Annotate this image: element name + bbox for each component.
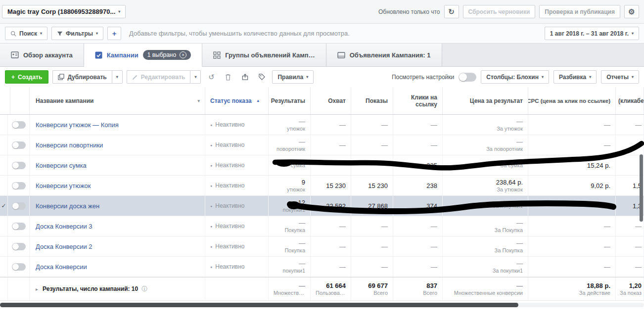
copy-icon bbox=[58, 74, 64, 80]
table-row[interactable]: Доска Конверсии 3 ● Неактивно —Покупка —… bbox=[0, 216, 644, 236]
edit-button[interactable]: Редактировать bbox=[127, 70, 190, 84]
columns-button[interactable]: Столбцы: Блохин ▾ bbox=[481, 70, 549, 84]
ctr-cell: — bbox=[616, 257, 644, 277]
sort-asc-icon: ▴ bbox=[257, 98, 259, 103]
duplicate-button[interactable]: Дублировать bbox=[52, 70, 111, 84]
header-cost-per-result[interactable]: Цена за результат bbox=[443, 87, 528, 114]
cost-per-result-cell: —За утюжок bbox=[443, 115, 528, 135]
campaign-name-cell[interactable]: Конверсии доска жен bbox=[30, 196, 205, 216]
table-row[interactable]: Доска Конверсии 2 ● Неактивно —Покупка —… bbox=[0, 236, 644, 257]
row-checkbox[interactable] bbox=[0, 216, 8, 236]
create-button[interactable]: + Создать bbox=[5, 70, 48, 84]
filters-button[interactable]: Фильтры ▾ bbox=[51, 27, 103, 40]
table-row[interactable]: ✓ Конверсии доска жен ● Неактивно 12поку… bbox=[0, 196, 644, 216]
refresh-button[interactable]: ↻ bbox=[444, 5, 459, 18]
edit-menu-button[interactable]: ▾ bbox=[190, 70, 201, 84]
campaign-toggle[interactable] bbox=[8, 115, 30, 135]
breakdown-button[interactable]: Разбивка ▾ bbox=[553, 70, 597, 84]
campaign-name-link[interactable]: Доска Конверсии 3 bbox=[36, 223, 92, 230]
selection-badge: 1 выбрано × bbox=[143, 50, 191, 60]
campaign-toggle[interactable] bbox=[8, 216, 30, 236]
campaign-name-link[interactable]: Конверсии утюжок — Копия bbox=[36, 121, 119, 129]
campaign-toggle[interactable] bbox=[8, 135, 30, 155]
row-checkbox[interactable] bbox=[0, 257, 8, 277]
tag-button[interactable] bbox=[255, 71, 268, 84]
search-button[interactable]: Поиск ▾ bbox=[5, 27, 47, 40]
ads-manager-page: Magic tray Corp (18806953288970... ▾ Обн… bbox=[0, 0, 644, 327]
header-impressions[interactable]: Показы bbox=[351, 87, 393, 114]
campaign-name-link[interactable]: Конверсии сумка bbox=[36, 162, 87, 169]
campaign-toggle[interactable] bbox=[8, 155, 30, 175]
campaign-name-link[interactable]: Доска Конверсии 2 bbox=[36, 243, 92, 250]
campaign-name-cell[interactable]: Конверсии утюжок — Копия bbox=[30, 115, 205, 135]
table-row[interactable]: Конверсии утюжок — Копия ● Неактивно —ут… bbox=[0, 115, 644, 135]
campaign-name-link[interactable]: Конверсии повортники bbox=[36, 141, 103, 149]
sort-caret-icon[interactable]: ▾ bbox=[197, 98, 200, 103]
account-selector[interactable]: Magic tray Corp (18806953288970... ▾ bbox=[2, 5, 126, 18]
tab-campaigns[interactable]: Кампании 1 выбрано × bbox=[84, 44, 202, 67]
campaign-name-cell[interactable]: Доска Конверсии 2 bbox=[30, 236, 205, 256]
link-clicks-cell: — bbox=[393, 257, 443, 277]
vertical-scrollbar-thumb[interactable] bbox=[640, 154, 643, 222]
discard-drafts-button[interactable]: Сбросить черновики bbox=[463, 5, 536, 18]
table-row[interactable]: Конверсии утюжок ● Неактивно 9утюжок 15 … bbox=[0, 176, 644, 196]
add-filter-button[interactable]: + bbox=[107, 27, 121, 40]
horizontal-scrollbar[interactable] bbox=[0, 303, 644, 307]
campaign-name-cell[interactable]: Доска Конверсии 3 bbox=[30, 216, 205, 236]
tag-icon bbox=[259, 74, 265, 80]
review-publish-button[interactable]: Проверка и публикация bbox=[539, 5, 620, 18]
duplicate-split-button: Дублировать ▾ bbox=[52, 70, 122, 84]
row-checkbox[interactable] bbox=[0, 176, 8, 195]
rules-button[interactable]: Правила ▾ bbox=[272, 70, 314, 84]
header-delivery-status[interactable]: Статус показа ▴ bbox=[205, 87, 269, 114]
table-row[interactable]: Доска Конверсии ● Неактивно —покупки1 — … bbox=[0, 257, 644, 277]
campaign-toggle[interactable] bbox=[8, 257, 30, 277]
campaign-toggle[interactable] bbox=[8, 236, 30, 256]
expand-icon[interactable]: ▸ bbox=[36, 286, 38, 292]
check-icon: ✓ bbox=[1, 202, 6, 209]
delivery-status-cell: ● Неактивно bbox=[205, 115, 269, 135]
campaign-name-cell[interactable]: Доска Конверсии bbox=[30, 257, 205, 277]
row-checkbox[interactable] bbox=[0, 135, 8, 155]
campaign-name-link[interactable]: Доска Конверсии bbox=[36, 263, 87, 271]
tab-account-overview[interactable]: Обзор аккаунта bbox=[0, 44, 84, 66]
tab-ads[interactable]: Объявления Кампания: 1 bbox=[326, 44, 442, 66]
date-range-button[interactable]: 1 авг 2018 г. – 31 авг 2018 г. ▾ bbox=[545, 27, 639, 40]
reports-button[interactable]: Отчеты ▾ bbox=[601, 70, 639, 84]
row-checkbox[interactable] bbox=[0, 115, 8, 135]
view-settings-toggle[interactable] bbox=[459, 73, 476, 82]
level-tabs: Обзор аккаунта Кампании 1 выбрано × Груп… bbox=[0, 44, 644, 67]
header-results[interactable]: Результаты bbox=[269, 87, 311, 114]
campaign-toggle[interactable] bbox=[8, 176, 30, 195]
campaign-name-link[interactable]: Конверсии утюжок bbox=[36, 182, 91, 189]
campaign-toggle[interactable] bbox=[8, 196, 30, 216]
header-reach[interactable]: Охват bbox=[311, 87, 351, 114]
header-ctr[interactable]: (кликабел bbox=[616, 87, 644, 114]
campaign-name-cell[interactable]: Конверсии утюжок bbox=[30, 176, 205, 195]
table-row[interactable]: Конверсии повортники ● Неактивно —поворо… bbox=[0, 135, 644, 155]
horizontal-scrollbar-thumb[interactable] bbox=[0, 303, 518, 307]
export-button[interactable] bbox=[238, 71, 251, 84]
row-checkbox[interactable] bbox=[0, 236, 8, 256]
header-link-clicks[interactable]: Клики на ссылку bbox=[393, 87, 443, 114]
chevron-down-icon: ▾ bbox=[96, 31, 98, 36]
header-cpc[interactable]: CPC (цена за клик по ссылке) bbox=[528, 87, 616, 114]
chevron-down-icon: ▾ bbox=[542, 75, 544, 79]
row-checkbox[interactable] bbox=[0, 155, 8, 175]
clear-selection-icon[interactable]: × bbox=[180, 51, 186, 58]
header-campaign-name[interactable]: Название кампании ▾ bbox=[30, 87, 205, 114]
tab-ad-sets[interactable]: Группы объявлений Камп… bbox=[202, 44, 326, 66]
settings-button[interactable]: ⚙ bbox=[624, 5, 639, 18]
campaign-name-cell[interactable]: Конверсии повортники bbox=[30, 135, 205, 155]
chevron-down-icon: ▾ bbox=[194, 75, 196, 79]
delete-button[interactable] bbox=[222, 71, 234, 84]
trash-icon bbox=[225, 74, 231, 81]
info-icon[interactable]: ⓘ bbox=[141, 285, 147, 293]
table-row[interactable]: Конверсии сумка ● Неактивно сумка 225 За… bbox=[0, 155, 644, 176]
row-checkbox[interactable]: ✓ bbox=[0, 196, 8, 216]
revert-button[interactable]: ↺ bbox=[205, 71, 218, 84]
campaign-name-link[interactable]: Конверсии доска жен bbox=[36, 202, 99, 210]
campaign-name-cell[interactable]: Конверсии сумка bbox=[30, 155, 205, 175]
duplicate-menu-button[interactable]: ▾ bbox=[112, 70, 123, 84]
chevron-down-icon: ▾ bbox=[632, 31, 634, 36]
